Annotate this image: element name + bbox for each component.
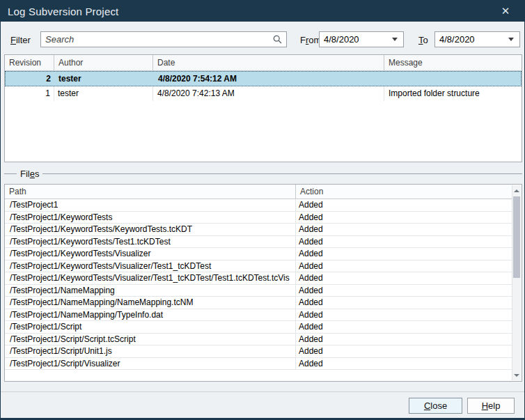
from-date-dropdown[interactable]: 4/8/2020 <box>319 31 404 47</box>
action-cell: Added <box>296 199 513 211</box>
chevron-down-icon[interactable] <box>508 38 514 41</box>
action-cell: Added <box>296 321 513 333</box>
column-header-date[interactable]: Date <box>153 55 384 70</box>
action-cell: Added <box>296 345 513 357</box>
search-placeholder: Search <box>41 34 273 45</box>
file-row[interactable]: /TestProject1/Script/Visualizer Added <box>5 358 513 371</box>
search-input[interactable]: Search <box>40 31 287 47</box>
path-cell: /TestProject1/KeywordTests/Test1.tcKDTes… <box>5 236 296 248</box>
file-row[interactable]: /TestProject1/NameMapping/NameMapping.tc… <box>5 297 513 309</box>
chevron-down-icon[interactable] <box>392 38 398 41</box>
action-cell: Added <box>296 334 513 345</box>
scrollbar-thumb[interactable] <box>513 196 520 278</box>
scroll-down-icon <box>514 374 519 377</box>
file-row[interactable]: /TestProject1/NameMapping/TypeInfo.dat A… <box>5 309 513 322</box>
scroll-down-button[interactable] <box>512 370 521 380</box>
path-cell: /TestProject1/NameMapping/NameMapping.tc… <box>5 297 296 309</box>
from-label: From <box>300 35 321 45</box>
path-cell: /TestProject1/Script/Script.tcScript <box>5 334 296 345</box>
path-cell: /TestProject1/NameMapping <box>5 285 296 297</box>
file-row[interactable]: /TestProject1/KeywordTests/Visualizer/Te… <box>5 260 513 273</box>
to-label-post: o <box>423 35 428 45</box>
files-header: Path Action <box>5 185 513 199</box>
close-icon[interactable]: ✕ <box>496 1 515 22</box>
file-row[interactable]: /TestProject1/KeywordTests/KeywordTests.… <box>5 224 513 236</box>
vertical-scrollbar[interactable] <box>512 185 521 380</box>
column-header-path[interactable]: Path <box>5 185 296 199</box>
path-cell: /TestProject1 <box>5 199 296 211</box>
group-line <box>42 173 522 174</box>
footer-separator <box>1 391 525 392</box>
title-bar: Log Subversion Project ✕ <box>1 1 524 22</box>
filter-label: Filter <box>10 35 31 45</box>
column-header-action[interactable]: Action <box>296 185 513 199</box>
file-row[interactable]: /TestProject1/Script/Unit1.js Added <box>5 345 513 358</box>
file-row[interactable]: /TestProject1/KeywordTests/Visualizer/Te… <box>5 272 513 285</box>
to-label: To <box>418 35 428 45</box>
dialog-title: Log Subversion Project <box>1 6 119 17</box>
author-cell: tester <box>55 72 154 86</box>
from-date-value: 4/8/2020 <box>320 34 392 45</box>
file-row[interactable]: /TestProject1/Script Added <box>5 321 513 334</box>
message-cell: Imported folder structure <box>384 86 522 101</box>
action-cell: Added <box>296 309 513 321</box>
filter-label-mnemonic: F <box>10 35 16 45</box>
from-label-pre: F <box>300 35 306 45</box>
files-label-post: s <box>35 169 40 179</box>
help-button[interactable]: Help <box>467 398 515 414</box>
revision-cell: 1 <box>5 86 54 101</box>
close-button-label: Close <box>424 400 447 411</box>
path-cell: /TestProject1/Script/Visualizer <box>5 358 296 370</box>
column-header-message[interactable]: Message <box>384 55 522 70</box>
date-cell: 4/8/2020 7:54:12 AM <box>154 72 385 86</box>
action-cell: Added <box>296 272 513 284</box>
column-header-revision[interactable]: Revision <box>5 55 54 70</box>
path-cell: /TestProject1/KeywordTests/Visualizer <box>5 248 296 260</box>
files-label: Files <box>17 169 42 179</box>
search-icon <box>273 35 282 44</box>
action-cell: Added <box>296 248 513 260</box>
revision-row[interactable]: 1 tester 4/8/2020 7:42:13 AM Imported fo… <box>5 86 522 101</box>
action-cell: Added <box>296 260 513 272</box>
path-cell: /TestProject1/NameMapping/TypeInfo.dat <box>5 309 296 321</box>
path-cell: /TestProject1/KeywordTests <box>5 212 296 224</box>
column-header-author[interactable]: Author <box>54 55 153 70</box>
path-cell: /TestProject1/KeywordTests/Visualizer/Te… <box>5 272 296 284</box>
scroll-up-icon <box>514 189 519 192</box>
log-subversion-project-dialog: Log Subversion Project ✕ Filter Search F… <box>0 0 525 420</box>
action-cell: Added <box>296 358 513 370</box>
files-table: Path Action /TestProject1 Added /TestPro… <box>4 184 522 382</box>
files-label-mnemonic: e <box>30 169 35 179</box>
revision-cell: 2 <box>6 72 55 86</box>
file-row[interactable]: /TestProject1/KeywordTests/Visualizer Ad… <box>5 248 513 260</box>
scroll-up-button[interactable] <box>512 185 521 196</box>
action-cell: Added <box>296 212 513 224</box>
author-cell: tester <box>54 86 153 101</box>
file-row[interactable]: /TestProject1/NameMapping Added <box>5 285 513 297</box>
files-group-caption: Files <box>4 169 522 179</box>
action-cell: Added <box>296 224 513 235</box>
date-cell: 4/8/2020 7:42:13 AM <box>153 86 384 101</box>
path-cell: /TestProject1/Script/Unit1.js <box>5 345 296 357</box>
to-date-dropdown[interactable]: 4/8/2020 <box>434 31 520 47</box>
to-date-value: 4/8/2020 <box>435 34 508 45</box>
path-cell: /TestProject1/KeywordTests/KeywordTests.… <box>5 224 296 235</box>
files-label-pre: Fil <box>20 169 30 179</box>
filter-label-post: ilter <box>16 35 31 45</box>
revisions-table: Revision Author Date Message 2 tester 4/… <box>4 54 522 162</box>
group-line <box>4 173 17 174</box>
action-cell: Added <box>296 285 513 297</box>
revisions-header: Revision Author Date Message <box>5 55 522 71</box>
file-row[interactable]: /TestProject1/KeywordTests Added <box>5 212 513 224</box>
help-button-label: Help <box>482 400 501 411</box>
path-cell: /TestProject1/Script <box>5 321 296 333</box>
file-row[interactable]: /TestProject1/Script/Script.tcScript Add… <box>5 334 513 346</box>
path-cell: /TestProject1/KeywordTests/Visualizer/Te… <box>5 260 296 272</box>
file-row[interactable]: /TestProject1 Added <box>5 199 513 212</box>
revision-row-selected[interactable]: 2 tester 4/8/2020 7:54:12 AM <box>5 71 522 86</box>
close-button[interactable]: Close <box>409 398 462 414</box>
file-row[interactable]: /TestProject1/KeywordTests/Test1.tcKDTes… <box>5 236 513 249</box>
action-cell: Added <box>296 297 513 309</box>
message-cell <box>385 72 521 86</box>
action-cell: Added <box>296 236 513 248</box>
